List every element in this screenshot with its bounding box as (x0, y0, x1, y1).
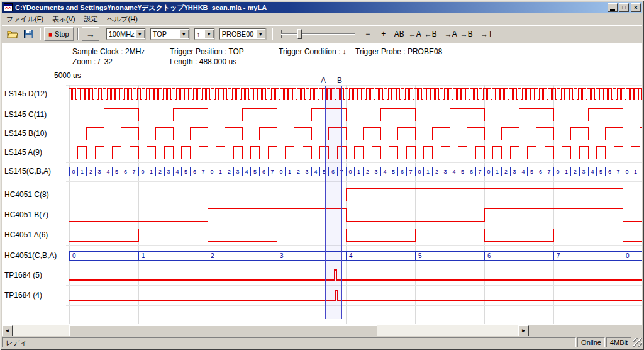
titlebar: C:¥Documents and Settings¥noname¥デスクトップ¥… (2, 2, 642, 13)
minimize-button[interactable] (608, 3, 618, 12)
waveform-client-area: Sample Clock : 2MHz Trigger Position : T… (2, 43, 642, 325)
bus-value: 5 (418, 252, 422, 259)
bus-value: 2 (158, 169, 162, 175)
bus-value: 1 (150, 169, 153, 175)
probe-select[interactable]: PROBE00 ▼ (219, 28, 267, 40)
cursor-b-label: B (337, 76, 342, 85)
bus-value: 0 (72, 252, 76, 259)
bus-value: 2 (211, 252, 214, 259)
length-info: Length : 488.000 us (170, 57, 236, 66)
maximize-button[interactable]: □ (619, 3, 629, 12)
bus-value: 3 (98, 169, 101, 175)
channel-label: LS145 A(9) (4, 148, 42, 157)
menu-item-1[interactable]: 表示(V) (48, 13, 80, 25)
zoom-out-button[interactable]: − (360, 27, 375, 41)
bus-value: 5 (253, 169, 257, 175)
prev-a-button[interactable]: ←A (408, 27, 423, 41)
slider-track[interactable] (281, 33, 355, 35)
channel-label: LS145 B(10) (4, 129, 47, 138)
channel-label: LS145 D(12) (4, 89, 47, 98)
maximize-icon: □ (622, 5, 625, 11)
menu-item-0[interactable]: ファイル(F) (2, 13, 48, 25)
chevron-down-icon[interactable]: ▼ (179, 30, 189, 38)
close-icon: × (634, 5, 637, 11)
resize-grip[interactable] (633, 338, 642, 347)
bus-value: 4 (314, 169, 317, 175)
bus-value: 7 (271, 169, 274, 175)
bus-value: 5 (115, 169, 118, 175)
save-floppy-icon (24, 30, 33, 38)
bus-value: 0 (556, 169, 559, 175)
scroll-right-button[interactable]: ► (518, 325, 529, 336)
channel-trace (69, 290, 642, 300)
trigger-edge-select[interactable]: ↑ ▼ (194, 28, 215, 40)
bus-value: 3 (513, 169, 516, 175)
open-folder-icon (7, 30, 18, 38)
bus-value: 0 (487, 169, 490, 175)
bus-value: 7 (202, 169, 205, 175)
trigger-position-info: Trigger Position : TOP (170, 47, 244, 56)
sample-clock-value: 100MHz (109, 30, 135, 38)
channel-trace (69, 270, 642, 280)
goto-trigger-button[interactable]: →T (479, 27, 494, 41)
bus-value: 6 (487, 252, 491, 259)
menu-item-2[interactable]: 設定 (80, 13, 103, 25)
channel-trace (69, 229, 642, 241)
toolbar-separator (77, 28, 79, 40)
toolbar-separator (40, 28, 41, 40)
bus-value: 7 (548, 169, 551, 175)
sample-clock-select[interactable]: 100MHz ▼ (106, 28, 146, 40)
app-window: C:¥Documents and Settings¥noname¥デスクトップ¥… (0, 0, 644, 350)
bus-value: 6 (539, 169, 542, 175)
bus-value: 5 (392, 169, 395, 175)
toolbar: ■ Stop → 100MHz ▼ TOP ▼ ↑ ▼ PROBE00 ▼ (2, 25, 642, 43)
run-button[interactable]: → (82, 27, 99, 41)
trigger-position-select[interactable]: TOP ▼ (150, 28, 190, 40)
scrollbar-thumb[interactable] (69, 325, 377, 336)
channel-label: TP1684 (4) (4, 291, 42, 300)
zoom-in-button[interactable]: + (376, 27, 391, 41)
run-arrow-icon: → (86, 29, 95, 39)
bus-value: 4 (383, 169, 386, 175)
waveform-display[interactable]: LS145 D(12)LS145 C(11)LS145 B(10)LS145 A… (2, 71, 642, 325)
channel-label: TP1684 (5) (4, 271, 42, 279)
bus-value: 3 (167, 169, 170, 175)
bus-value: 4 (591, 169, 594, 175)
status-online: Online (577, 337, 605, 347)
chevron-down-icon[interactable]: ▼ (204, 30, 214, 38)
zoom-slider[interactable] (281, 28, 355, 40)
stop-button-label: Stop (55, 30, 69, 38)
bus-value: 2 (89, 169, 92, 175)
menu-item-3[interactable]: ヘルプ(H) (103, 13, 142, 25)
cursor-ab-button[interactable]: AB (392, 27, 407, 41)
bus-value: 0 (626, 252, 630, 259)
open-button[interactable] (5, 27, 20, 41)
bus-value: 3 (236, 169, 240, 175)
close-button[interactable]: × (631, 3, 641, 12)
chevron-down-icon[interactable]: ▼ (256, 30, 265, 38)
horizontal-scrollbar[interactable]: ◄ ► (2, 325, 529, 336)
bus-value: 1 (634, 169, 637, 175)
channel-label: HC4051 B(7) (4, 210, 48, 219)
next-a-button[interactable]: →A (443, 27, 458, 41)
bus-value: 7 (557, 252, 560, 259)
scroll-left-button[interactable]: ◄ (2, 325, 13, 336)
bus-value: 2 (366, 169, 369, 175)
prev-b-button[interactable]: ←B (423, 27, 438, 41)
bus-value: 0 (348, 169, 352, 175)
bus-value: 7 (617, 169, 620, 175)
stop-icon: ■ (48, 31, 52, 38)
stop-button[interactable]: ■ Stop (44, 27, 74, 41)
chevron-down-icon[interactable]: ▼ (135, 30, 145, 38)
window-title: C:¥Documents and Settings¥noname¥デスクトップ¥… (15, 3, 606, 13)
bus-value: 0 (72, 169, 75, 175)
save-button[interactable] (21, 27, 36, 41)
zoom-info: Zoom : / 32 (72, 57, 113, 66)
slider-thumb[interactable] (297, 29, 302, 39)
scrollbar-track[interactable] (13, 325, 518, 336)
bus-value: 3 (375, 169, 378, 175)
trigger-condition-info: Trigger Condition : ↓ (279, 47, 347, 56)
next-b-button[interactable]: →B (459, 27, 474, 41)
channel-trace (69, 146, 642, 159)
bus-value: 6 (470, 169, 473, 175)
